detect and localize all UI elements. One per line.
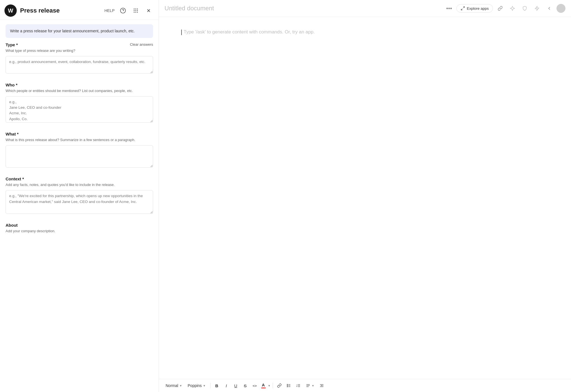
bold-btn[interactable]: B — [213, 381, 221, 390]
color-chevron-icon[interactable]: ▼ — [268, 384, 271, 387]
paragraph-style-label: Normal — [166, 383, 178, 388]
underline-btn[interactable]: U — [232, 381, 240, 390]
font-chevron-icon: ▼ — [203, 384, 206, 387]
page-title: Press release — [20, 7, 60, 14]
color-bar — [261, 388, 266, 388]
what-section: What * What is this press release about?… — [6, 132, 153, 169]
italic-btn[interactable]: I — [222, 381, 231, 390]
avatar — [557, 4, 565, 13]
editor-placeholder: Type '/ask' to generate content with com… — [183, 29, 314, 35]
svg-marker-13 — [535, 6, 539, 11]
what-label: What * — [6, 132, 19, 136]
svg-point-3 — [135, 9, 136, 9]
what-desc: What is this press release about? Summar… — [6, 137, 153, 142]
who-section-header: Who * — [6, 83, 153, 87]
shield-icon-btn[interactable] — [520, 3, 530, 13]
wand-icon-btn[interactable] — [507, 3, 517, 13]
svg-point-19 — [287, 386, 288, 387]
explore-apps-label: Explore apps — [467, 6, 489, 11]
explore-apps-btn[interactable]: Explore apps — [456, 4, 493, 13]
align-chevron-icon: ▼ — [311, 384, 314, 387]
doc-editor[interactable]: Type '/ask' to generate content with com… — [159, 17, 571, 379]
grid-icon-btn[interactable] — [131, 6, 140, 15]
who-input[interactable] — [6, 96, 153, 123]
bullet-list-btn[interactable] — [285, 381, 293, 390]
color-picker-btn[interactable]: A — [260, 382, 267, 389]
type-section: Type * Clear answers What type of press … — [6, 42, 153, 75]
header-left: W Press release — [4, 4, 60, 17]
context-section: Context * Add any facts, notes, and quot… — [6, 176, 153, 215]
paragraph-chevron-icon: ▼ — [179, 384, 182, 387]
who-desc: Which people or entities should be menti… — [6, 88, 153, 93]
strikethrough-btn[interactable]: S — [241, 381, 250, 390]
left-header: W Press release HELP — [0, 0, 159, 20]
svg-point-2 — [134, 9, 135, 9]
what-input[interactable] — [6, 145, 153, 168]
context-section-header: Context * — [6, 176, 153, 181]
about-desc: Add your company description. — [6, 229, 153, 234]
header-right: HELP — [104, 6, 153, 15]
about-label: About — [6, 223, 18, 228]
arrow-left-icon-btn[interactable] — [544, 3, 554, 13]
link-btn[interactable] — [275, 381, 284, 390]
svg-point-4 — [137, 9, 138, 9]
font-label: Poppins — [188, 383, 202, 388]
indent-btn[interactable] — [318, 381, 326, 390]
right-header: Untitled document ••• Explore apps — [159, 0, 571, 17]
color-a-label: A — [262, 383, 265, 387]
svg-point-7 — [137, 10, 138, 11]
type-section-header: Type * Clear answers — [6, 42, 153, 47]
who-section: Who * Which people or entities should be… — [6, 83, 153, 124]
context-input[interactable] — [6, 190, 153, 214]
type-desc: What type of press release are you writi… — [6, 48, 153, 53]
more-options-btn[interactable]: ••• — [444, 4, 454, 13]
toolbar-divider-1 — [210, 383, 211, 388]
align-select[interactable]: ▼ — [304, 382, 316, 389]
svg-point-18 — [287, 385, 288, 386]
svg-point-10 — [137, 12, 138, 13]
svg-point-8 — [134, 12, 135, 13]
code-btn[interactable]: <> — [251, 381, 259, 390]
type-label: Type * — [6, 42, 18, 47]
svg-point-6 — [135, 10, 136, 11]
font-select[interactable]: Poppins ▼ — [185, 382, 208, 389]
app-logo: W — [4, 4, 17, 17]
clear-answers-btn[interactable]: Clear answers — [130, 42, 153, 47]
lightning-icon-btn[interactable] — [532, 3, 542, 13]
link-icon-btn[interactable] — [495, 3, 505, 13]
form-content: Type * Clear answers What type of press … — [0, 42, 159, 253]
context-label: Context * — [6, 176, 24, 181]
who-label: Who * — [6, 83, 18, 87]
left-panel: W Press release HELP — [0, 0, 159, 392]
editor-cursor — [181, 30, 182, 35]
svg-point-17 — [287, 384, 288, 385]
description-box: Write a press release for your latest an… — [6, 24, 153, 38]
numbered-list-btn[interactable] — [294, 381, 303, 390]
bottom-toolbar: Normal ▼ Poppins ▼ B I U S <> A ▼ — [159, 379, 571, 392]
about-section-header: About — [6, 223, 153, 228]
description-text: Write a press release for your latest an… — [10, 29, 135, 33]
help-icon-btn[interactable] — [118, 6, 127, 15]
svg-point-5 — [134, 10, 135, 11]
toolbar-divider-2 — [273, 383, 273, 388]
svg-point-9 — [135, 12, 136, 13]
about-section: About Add your company description. — [6, 223, 153, 234]
close-icon-btn[interactable] — [144, 6, 153, 15]
context-desc: Add any facts, notes, and quotes you'd l… — [6, 182, 153, 187]
paragraph-style-select[interactable]: Normal ▼ — [163, 382, 184, 389]
what-section-header: What * — [6, 132, 153, 136]
type-input[interactable] — [6, 56, 153, 74]
help-label[interactable]: HELP — [104, 8, 115, 13]
doc-title[interactable]: Untitled document — [164, 5, 442, 12]
right-panel: Untitled document ••• Explore apps — [159, 0, 571, 392]
